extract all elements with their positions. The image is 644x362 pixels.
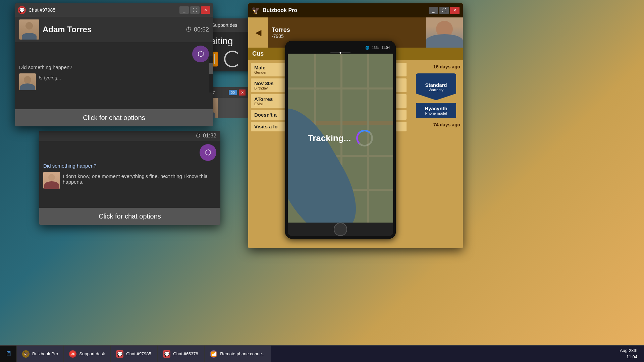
chat-title-text: Chat #97985 <box>29 7 177 13</box>
scrollbar-thumb <box>209 63 213 74</box>
battery-icon: 🌐 <box>365 46 369 50</box>
phone-frame: 🌐 16% 11:04 ▼ <box>285 41 396 239</box>
buizbook-titlebar: 🦅 Buizbook Pro _ ⛶ ✕ <box>248 3 463 17</box>
loading-circle <box>224 51 241 67</box>
phone-model-badge: Hyacynth Phone model <box>416 103 456 118</box>
taskbar-remote-icon: 📶 <box>210 350 217 358</box>
taskbar-buizbook-label: Buizbook Pro <box>32 351 58 356</box>
taskbar-item-buizbook[interactable]: 🦅 Buizbook Pro <box>17 346 64 362</box>
taskbar-support-label: Support desk <box>79 351 105 356</box>
taskbar-date: Aug 28th <box>620 348 637 354</box>
chat-panel-2: ⏱ 01:32 ⬡ Did something happen? I don't … <box>39 131 220 225</box>
tracking-text: Tracking... <box>308 133 351 143</box>
phone-statusbar: 🌐 16% 11:04 <box>288 44 393 52</box>
chat-options-button-1[interactable]: Click for chat options <box>15 109 213 126</box>
taskbar-time: 11:04 <box>626 354 637 360</box>
tracking-spinner <box>356 130 373 146</box>
system-logo-icon: 🖥 <box>5 350 12 358</box>
chat-username: Adam Torres <box>43 25 92 34</box>
chat-title-icon: 💬 <box>18 6 26 14</box>
buizbook-maximize[interactable]: ⛶ <box>439 7 449 14</box>
taskbar-item-chat-97985[interactable]: 💬 Chat #97985 <box>111 346 158 362</box>
timer2-value: 01:32 <box>203 133 216 139</box>
warranty-label: Warranty <box>429 88 443 92</box>
phone-home-bar <box>288 223 393 236</box>
chat-messages-area-2: ⬡ Did something happen? I don't know, on… <box>39 141 220 208</box>
chat-scrollbar[interactable] <box>209 56 213 93</box>
buizbook-controls: _ ⛶ ✕ <box>429 7 460 14</box>
bot-icon: ⬡ <box>192 46 209 62</box>
taskbar-system-tray: Aug 28th 11:04 <box>613 348 644 360</box>
days-ago-2: 74 days ago <box>412 122 460 127</box>
support-title: Support des <box>212 22 237 28</box>
taskbar: 🖥 🦅 Buizbook Pro 🆘 Support desk 💬 Chat #… <box>0 345 644 362</box>
chat-message-2: Did something happen? <box>43 162 216 169</box>
taskbar-chat65378-label: Chat #65378 <box>173 351 198 356</box>
taskbar-chat97985-icon: 💬 <box>116 350 123 358</box>
buizbook-title-icon: 🦅 <box>252 6 260 14</box>
taskbar-system-logo[interactable]: 🖥 <box>0 346 17 362</box>
phone-device-overlay: 🌐 16% 11:04 ▼ <box>285 41 396 239</box>
chat-message-text-1: Did something happen? <box>19 63 72 70</box>
chat-options-button-2[interactable]: Click for chat options <box>39 208 220 225</box>
bot-icon-2: ⬡ <box>200 144 216 161</box>
battery-percent: 16% <box>372 46 379 50</box>
buizbook-right-fields: 16 days ago Standard Warranty Hyacynth P… <box>409 60 463 136</box>
chat-titlebar-97985: 💬 Chat #97985 _ ⛶ ✕ <box>15 3 213 17</box>
chat-panel-2-timer-bar: ⏱ 01:32 <box>39 131 220 141</box>
chat-window-97985: 💬 Chat #97985 _ ⛶ ✕ Adam Torres ⏱ 00:52 … <box>15 3 213 126</box>
taskbar-item-remote[interactable]: 📶 Remote phone conne... <box>205 346 271 362</box>
user-avatar-small-2 <box>43 172 60 189</box>
taskbar-chat65378-icon: 💬 <box>163 350 170 358</box>
taskbar-buizbook-icon: 🦅 <box>22 350 30 358</box>
taskbar-item-support[interactable]: 🆘 Support desk <box>64 346 111 362</box>
days-info: 16 days ago <box>412 63 460 71</box>
buizbook-phone: -7935 <box>272 34 423 39</box>
chat-user-header: Adam Torres ⏱ 00:52 <box>15 17 213 42</box>
minimize-button[interactable]: _ <box>179 6 189 14</box>
timer2-icon: ⏱ <box>196 133 201 139</box>
chat-messages-area: ⬡ Did something happen? Is typing... <box>15 42 213 109</box>
timer-value: 00:52 <box>194 26 209 33</box>
partial-close-button[interactable]: ✕ <box>239 89 246 96</box>
chat-typing-text: Is typing... <box>39 73 61 80</box>
chat-message-1: Did something happen? <box>19 63 209 70</box>
customer-section-label: Cus <box>252 50 264 57</box>
timer-icon: ⏱ <box>186 26 192 33</box>
user-avatar-small <box>19 73 36 90</box>
buizbook-close[interactable]: ✕ <box>450 7 460 14</box>
buizbook-window: 🦅 Buizbook Pro _ ⛶ ✕ ◀ Torres -7935 Cus <box>248 3 463 248</box>
chat-message-bot-2: ⬡ <box>43 144 216 161</box>
buizbook-minimize[interactable]: _ <box>429 7 438 14</box>
buizbook-title-text: Buizbook Pro <box>263 7 426 13</box>
partial-chat-badge: 00 <box>229 90 237 95</box>
user-avatar-large <box>19 19 39 40</box>
chat-message-user-2: I don't know, one moment everything's fi… <box>43 172 216 189</box>
warranty-badge: Standard Warranty <box>416 73 456 100</box>
taskbar-item-chat-65378[interactable]: 💬 Chat #65378 <box>158 346 205 362</box>
chat-message-text-2: Did something happen? <box>43 162 96 169</box>
chat-message-text-3: I don't know, one moment everything's fi… <box>63 172 216 185</box>
home-button[interactable] <box>334 223 347 236</box>
maximize-button[interactable]: ⛶ <box>190 6 200 14</box>
buizbook-back-button[interactable]: ◀ <box>248 17 268 48</box>
statusbar-time: 11:04 <box>381 46 390 50</box>
chat-timer: ⏱ 00:52 <box>186 26 209 33</box>
phone-model-label: Phone model <box>420 111 452 115</box>
buizbook-user-avatar <box>426 17 463 48</box>
tracking-overlay: Tracking... <box>288 54 393 223</box>
taskbar-remote-label: Remote phone conne... <box>220 351 265 356</box>
phone-map: Tracking... <box>288 54 393 223</box>
taskbar-support-icon: 🆘 <box>69 350 76 358</box>
warranty-value: Standard <box>425 82 447 88</box>
window-controls: _ ⛶ ✕ <box>179 6 210 14</box>
taskbar-chat97985-label: Chat #97985 <box>126 351 151 356</box>
chat-message-bot-1: ⬡ <box>19 46 209 62</box>
phone-model-value: Hyacynth <box>420 106 452 111</box>
close-button[interactable]: ✕ <box>201 6 210 14</box>
buizbook-username: Torres <box>272 26 423 34</box>
chat-message-typing: Is typing... <box>19 73 209 90</box>
days-ago-1: 16 days ago <box>412 64 460 69</box>
days-info-2: 74 days ago <box>412 121 460 129</box>
buizbook-content: ◀ Torres -7935 Cus Male Gender Nov 30s <box>248 17 463 248</box>
